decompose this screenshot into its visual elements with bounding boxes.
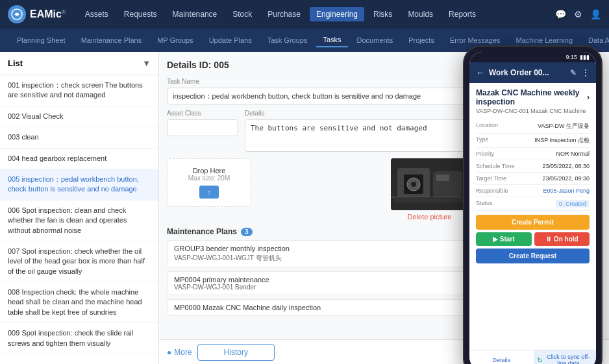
phone-field-target-time: Target Time 23/05/2022, 09:30: [476, 173, 590, 185]
phone-body: Mazak CNC Machine weekly inspection › VA…: [469, 83, 596, 350]
phone-value: VASP-DW 生产设备: [538, 122, 590, 130]
list-header: List ▼: [0, 52, 158, 75]
upload-button[interactable]: ↑: [199, 186, 219, 199]
phone-battery-icon: ▮▮▮: [580, 54, 590, 60]
nav-item-requests[interactable]: Requests: [118, 7, 164, 21]
asset-class-group: Asset Class: [167, 110, 238, 136]
top-navigation: EAMic® Assets Requests Maintenance Stock…: [0, 0, 609, 29]
sub-nav-planning-sheet[interactable]: Planning Sheet: [10, 34, 72, 47]
start-button[interactable]: ▶ Start: [476, 232, 532, 246]
drop-title: Drop Here: [175, 167, 243, 175]
drop-size: Max size: 20M: [175, 175, 243, 182]
maintenance-plans-label: Maintenance Plans: [167, 227, 237, 236]
list-item[interactable]: 003 clean: [0, 127, 158, 148]
phone-screen: 9:15 ▮▮▮ ← Work Order 00... ✎ ⋮ Mazak CN…: [469, 52, 596, 364]
list-item[interactable]: 001 inspection：check screen The buttons …: [0, 75, 158, 106]
phone-back-button[interactable]: ←: [476, 67, 485, 78]
svg-point-5: [411, 182, 416, 187]
phone-status-bar: 9:15 ▮▮▮: [469, 52, 596, 62]
sub-nav-tasks[interactable]: Tasks: [316, 33, 347, 47]
phone-details-tab[interactable]: Details: [469, 350, 534, 364]
more-button[interactable]: ● More: [167, 348, 192, 357]
phone-footer: Details ↻ Click to sync off-line data: [469, 350, 596, 364]
sub-nav-mp-groups[interactable]: MP Groups: [151, 34, 199, 47]
list-item[interactable]: 007 Spot inspection: check whether the o…: [0, 241, 158, 282]
list-item[interactable]: 009 Spot inspection: check the slide rai…: [0, 323, 158, 354]
maintenance-plans-count-badge: 3: [241, 228, 253, 236]
nav-item-purchase[interactable]: Purchase: [261, 7, 307, 21]
phone-value: 23/05/2022, 09:30: [542, 175, 590, 182]
list-panel: List ▼ 001 inspection：check screen The b…: [0, 52, 159, 364]
nav-item-engineering[interactable]: Engineering: [310, 7, 364, 21]
on-hold-label: On hold: [554, 236, 578, 243]
logo-text: EAMic®: [30, 8, 66, 20]
phone-work-order-title: Mazak CNC Machine weekly inspection ›: [476, 88, 590, 106]
phone-label: Location: [476, 122, 498, 130]
phone-edit-icon[interactable]: ✎: [570, 68, 577, 77]
settings-icon[interactable]: ⚙: [574, 9, 582, 19]
sync-label: Click to sync off-line data: [544, 354, 593, 364]
svg-rect-7: [436, 175, 449, 181]
phone-field-priority: Priority NOR Normal: [476, 148, 590, 160]
phone-value: INSP Inspection 点检: [534, 136, 590, 145]
delete-picture-button[interactable]: Delete picture: [408, 213, 452, 221]
list-item[interactable]: 004 head gearbox replacement: [0, 149, 158, 169]
phone-wo-title: Work Order 00...: [489, 68, 566, 77]
history-button[interactable]: History: [197, 344, 275, 361]
machine-image: [391, 158, 469, 210]
main-content: List ▼ 001 inspection：check screen The b…: [0, 52, 609, 364]
chat-icon[interactable]: 💬: [555, 9, 566, 19]
logo-reg: ®: [62, 9, 66, 15]
nav-item-assets[interactable]: Assets: [79, 7, 115, 21]
phone-header: ← Work Order 00... ✎ ⋮: [469, 62, 596, 83]
nav-item-risks[interactable]: Risks: [367, 7, 399, 21]
phone-label: Status: [476, 200, 493, 208]
svg-rect-9: [394, 197, 466, 202]
sub-nav-data-analyzer[interactable]: Data Analyzer: [582, 34, 609, 47]
sub-nav-update-plans[interactable]: Update Plans: [203, 34, 258, 47]
asset-class-select[interactable]: [167, 119, 238, 136]
logo: EAMic®: [8, 5, 66, 23]
drop-zone[interactable]: Drop Here Max size: 20M ↑: [167, 158, 251, 207]
phone-label: Type: [476, 136, 489, 145]
phone-field-schedule-time: Schedule Time 23/05/2022, 08:30: [476, 160, 590, 173]
phone-label: Responsible: [476, 188, 508, 194]
more-icon: ●: [167, 348, 171, 357]
create-permit-button[interactable]: Create Permit: [476, 215, 590, 230]
phone-label: Priority: [476, 151, 494, 157]
list-item-active[interactable]: 005 inspection：pedal workbench button, c…: [0, 169, 158, 200]
sub-nav-machine-learning[interactable]: Machine Learning: [510, 34, 579, 47]
user-icon[interactable]: 👤: [590, 9, 601, 19]
phone-field-responsible: Responsible E005-Jason Peng: [476, 185, 590, 197]
create-request-button[interactable]: Create Request: [476, 249, 590, 263]
more-label: More: [174, 348, 192, 357]
filter-icon[interactable]: ▼: [142, 58, 151, 68]
list-item[interactable]: 006 Spot inspection: clean and check whe…: [0, 200, 158, 241]
phone-field-type: Type INSP Inspection 点检: [476, 134, 590, 148]
sub-nav-projects[interactable]: Projects: [402, 34, 441, 47]
phone-sync-button[interactable]: ↻ Click to sync off-line data: [534, 350, 597, 364]
list-item[interactable]: 008 Inspection check: the whole machine …: [0, 282, 158, 323]
list-item[interactable]: 002 Visual Check: [0, 106, 158, 127]
nav-item-reports[interactable]: Reports: [442, 7, 482, 21]
phone-value: 23/05/2022, 08:30: [542, 163, 590, 169]
sub-nav-documents[interactable]: Documents: [351, 34, 400, 47]
sub-nav-error-messages[interactable]: Error Messages: [443, 34, 507, 47]
asset-class-label: Asset Class: [167, 110, 238, 117]
nav-item-moulds[interactable]: Moulds: [401, 7, 440, 21]
list-title: List: [8, 58, 23, 68]
phone-header-icons: ✎ ⋮: [570, 68, 590, 77]
logo-icon: [8, 5, 26, 23]
sub-nav-task-groups[interactable]: Task Groups: [261, 34, 314, 47]
play-icon: ▶: [493, 236, 498, 243]
phone-label: Schedule Time: [476, 163, 515, 169]
sub-nav-maintenance-plans[interactable]: Maintenance Plans: [75, 34, 149, 47]
phone-value: NOR Normal: [556, 151, 590, 157]
phone-field-location: Location VASP-DW 生产设备: [476, 119, 590, 134]
phone-menu-icon[interactable]: ⋮: [582, 68, 590, 77]
phone-value: E005-Jason Peng: [543, 188, 590, 194]
phone-overlay: 9:15 ▮▮▮ ← Work Order 00... ✎ ⋮ Mazak CN…: [463, 45, 603, 364]
nav-item-maintenance[interactable]: Maintenance: [166, 7, 224, 21]
on-hold-button[interactable]: ⏸ On hold: [534, 232, 590, 246]
nav-item-stock[interactable]: Stock: [226, 7, 258, 21]
